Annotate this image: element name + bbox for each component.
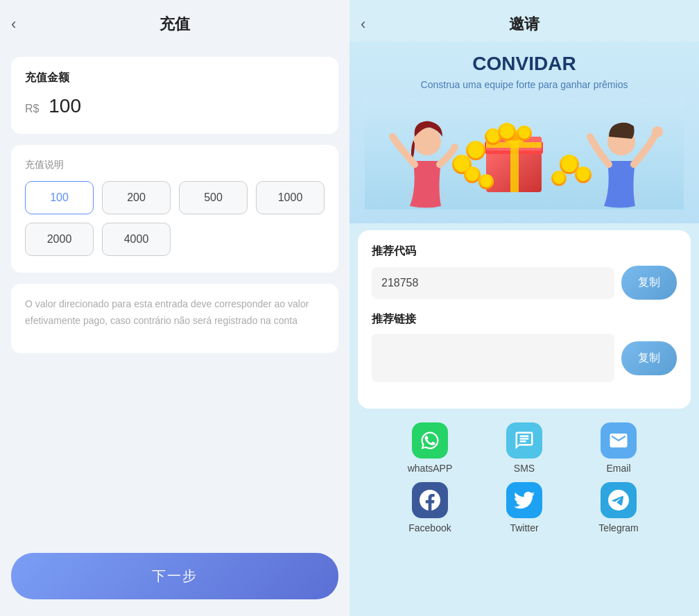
telegram-icon-wrap bbox=[601, 482, 637, 518]
share-facebook[interactable]: Facebook bbox=[388, 482, 472, 533]
share-whatsapp[interactable]: whatsAPP bbox=[388, 422, 472, 474]
ref-code-row: 复制 bbox=[372, 266, 677, 300]
share-row-1: whatsAPP SMS Email bbox=[361, 422, 688, 474]
hero-section: CONVIDAR Construa uma equipe forte para … bbox=[350, 42, 699, 223]
amount-btn-2000[interactable]: 2000 bbox=[25, 223, 94, 256]
share-row-2: Facebook Twitter Telegram bbox=[361, 482, 688, 533]
amount-btn-1000[interactable]: 1000 bbox=[256, 181, 325, 214]
ref-code-label: 推荐代码 bbox=[372, 244, 677, 259]
next-button[interactable]: 下一步 bbox=[11, 553, 338, 599]
telegram-icon bbox=[608, 490, 629, 511]
telegram-label: Telegram bbox=[598, 522, 639, 533]
facebook-label: Facebook bbox=[408, 522, 451, 533]
notice-card: O valor direcionado para esta entrada de… bbox=[11, 284, 338, 353]
right-header: ‹ 邀请 bbox=[350, 0, 699, 42]
share-section: whatsAPP SMS Email bbox=[350, 416, 699, 545]
amount-btn-200[interactable]: 200 bbox=[102, 181, 171, 214]
ref-link-label: 推荐链接 bbox=[372, 312, 677, 327]
right-title: 邀请 bbox=[509, 14, 540, 35]
currency-label: R$ bbox=[25, 103, 39, 114]
amount-btn-500[interactable]: 500 bbox=[179, 181, 248, 214]
hero-title: CONVIDAR bbox=[363, 53, 685, 75]
ref-code-input[interactable] bbox=[372, 267, 614, 299]
amount-grid-row2: 2000 4000 bbox=[25, 223, 325, 256]
sms-label: SMS bbox=[514, 463, 535, 474]
twitter-icon-wrap bbox=[506, 482, 542, 518]
left-back-button[interactable]: ‹ bbox=[11, 15, 16, 33]
invite-form: 推荐代码 复制 推荐链接 复制 bbox=[358, 230, 691, 409]
svg-point-23 bbox=[519, 128, 530, 139]
hero-illustration bbox=[363, 99, 685, 209]
whatsapp-label: whatsAPP bbox=[408, 463, 453, 474]
whatsapp-icon bbox=[420, 430, 440, 451]
left-header: ‹ 充值 bbox=[0, 0, 350, 46]
sms-icon bbox=[514, 430, 535, 451]
share-sms[interactable]: SMS bbox=[483, 422, 566, 474]
facebook-icon-wrap bbox=[412, 482, 448, 518]
desc-label: 充值说明 bbox=[25, 159, 325, 171]
left-panel: ‹ 充值 充值金额 R$ 100 充值说明 100 200 500 1000 2… bbox=[0, 0, 350, 616]
hero-subtitle: Construa uma equipe forte para ganhar pr… bbox=[363, 79, 685, 90]
amount-btn-100[interactable]: 100 bbox=[25, 181, 94, 214]
email-icon bbox=[608, 430, 629, 451]
svg-point-19 bbox=[466, 169, 478, 181]
share-telegram[interactable]: Telegram bbox=[577, 482, 660, 533]
amount-display-card: 充值金额 R$ 100 bbox=[11, 57, 338, 134]
left-title: 充值 bbox=[159, 14, 190, 35]
amount-selection-card: 充值说明 100 200 500 1000 2000 4000 bbox=[11, 145, 338, 273]
svg-point-13 bbox=[487, 130, 499, 143]
twitter-icon bbox=[514, 490, 535, 511]
email-label: Email bbox=[606, 463, 630, 474]
svg-point-27 bbox=[577, 169, 589, 181]
right-back-button[interactable]: ‹ bbox=[361, 15, 365, 33]
svg-point-11 bbox=[468, 143, 483, 158]
amount-btn-4000[interactable]: 4000 bbox=[102, 223, 171, 256]
svg-point-29 bbox=[553, 173, 564, 184]
svg-point-15 bbox=[500, 125, 514, 139]
amount-value-display: R$ 100 bbox=[25, 95, 325, 117]
whatsapp-icon-wrap bbox=[412, 422, 448, 459]
svg-point-32 bbox=[652, 126, 663, 137]
email-icon-wrap bbox=[601, 422, 637, 459]
twitter-label: Twitter bbox=[510, 522, 538, 533]
copy-code-button[interactable]: 复制 bbox=[621, 266, 677, 300]
svg-point-21 bbox=[481, 176, 492, 187]
left-body: 充值金额 R$ 100 充值说明 100 200 500 1000 2000 4… bbox=[0, 46, 350, 542]
share-twitter[interactable]: Twitter bbox=[483, 482, 566, 533]
facebook-icon bbox=[420, 490, 440, 511]
amount-grid-row1: 100 200 500 1000 bbox=[25, 181, 325, 214]
svg-point-25 bbox=[562, 157, 577, 172]
sms-icon-wrap bbox=[506, 422, 542, 459]
amount-label: 充值金额 bbox=[25, 71, 325, 85]
share-email[interactable]: Email bbox=[577, 422, 660, 474]
ref-link-input[interactable] bbox=[372, 334, 614, 382]
right-panel: ‹ 邀请 CONVIDAR Construa uma equipe forte … bbox=[350, 0, 699, 616]
ref-link-row: 复制 bbox=[372, 334, 677, 382]
copy-link-button[interactable]: 复制 bbox=[621, 341, 677, 375]
amount-number: 100 bbox=[49, 95, 81, 117]
